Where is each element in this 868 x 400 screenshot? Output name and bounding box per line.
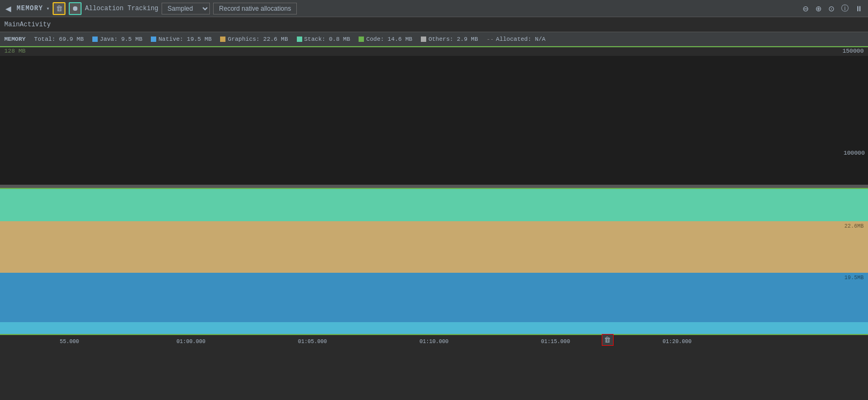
tick-110: 01:10.000	[419, 339, 448, 345]
stack-stat: Stack: 0.8 MB	[297, 36, 351, 42]
memory-label: MEMORY	[17, 5, 43, 12]
stacked-charts: 22.6MB 19.5MB	[0, 188, 868, 334]
tick-105: 01:05.000	[298, 339, 327, 345]
chart-y-mid-right-label: 100000	[843, 150, 865, 156]
band-blue-dark-label: 19.5MB	[844, 275, 864, 281]
memory-dropdown-arrow[interactable]: ▾	[46, 5, 49, 12]
record-native-button[interactable]: Record native allocations	[213, 3, 297, 14]
allocation-tracking-label: Allocation Tracking	[85, 5, 158, 12]
activity-label: MainActivity	[4, 21, 50, 28]
toolbar: ◀ MEMORY ▾ 🗑 ⏺ Allocation Tracking Sampl…	[0, 0, 868, 17]
tick-115: 01:15.000	[541, 339, 570, 345]
stack-color-box	[297, 37, 302, 42]
tick-100: 01:00.000	[177, 339, 206, 345]
toolbar-right-icons: ⊖ ⊕ ⊙ ⓘ ⏸	[800, 3, 865, 14]
scale-right-label: 150000	[842, 48, 864, 54]
memory-stat-label: MEMORY	[4, 36, 26, 42]
code-color-box	[359, 37, 364, 42]
graphics-stat: Graphics: 22.6 MB	[220, 36, 288, 42]
graphics-color-box	[220, 37, 225, 42]
java-color-box	[92, 37, 98, 42]
allocated-stat: -- Allocated: N/A	[487, 36, 546, 42]
zoom-fit-button[interactable]: ⊙	[826, 3, 837, 14]
back-button[interactable]: ◀	[3, 3, 13, 14]
sampled-dropdown[interactable]: Sampled	[162, 3, 210, 14]
info-button[interactable]: ⓘ	[839, 3, 851, 14]
band-green	[0, 188, 868, 221]
pause-button[interactable]: ⏸	[853, 3, 865, 14]
trash-icon-button[interactable]: 🗑	[53, 2, 65, 15]
total-stat: Total: 69.9 MB	[34, 36, 84, 42]
native-stat: Native: 19.5 MB	[151, 36, 211, 42]
scale-bar: 128 MB 150000	[0, 46, 868, 56]
band-blue-light	[0, 322, 868, 334]
scale-top-border	[0, 46, 868, 47]
record-icon-button[interactable]: ⏺	[69, 2, 82, 15]
tick-120: 01:20.000	[662, 339, 691, 345]
scale-left-label: 128 MB	[4, 48, 26, 54]
timeline-trash-marker[interactable]: 🗑	[602, 334, 614, 346]
tick-55: 55.000	[60, 339, 79, 345]
activity-bar: MainActivity	[0, 17, 868, 32]
java-stat: Java: 9.5 MB	[92, 36, 142, 42]
band-tan-label: 22.6MB	[844, 223, 864, 229]
native-color-box	[151, 37, 156, 42]
zoom-out-button[interactable]: ⊖	[800, 3, 811, 14]
others-stat: Others: 2.9 MB	[421, 36, 478, 42]
code-stat: Code: 14.6 MB	[359, 36, 412, 42]
zoom-in-button[interactable]: ⊕	[813, 3, 824, 14]
band-blue-dark: 19.5MB	[0, 273, 868, 322]
others-color-box	[421, 37, 426, 42]
chart-area: 96 100000	[0, 56, 868, 185]
stats-bar: MEMORY Total: 69.9 MB Java: 9.5 MB Nativ…	[0, 32, 868, 46]
band-tan: 22.6MB	[0, 221, 868, 273]
timeline-bar: 55.000 01:00.000 01:05.000 01:10.000 01:…	[0, 334, 868, 347]
